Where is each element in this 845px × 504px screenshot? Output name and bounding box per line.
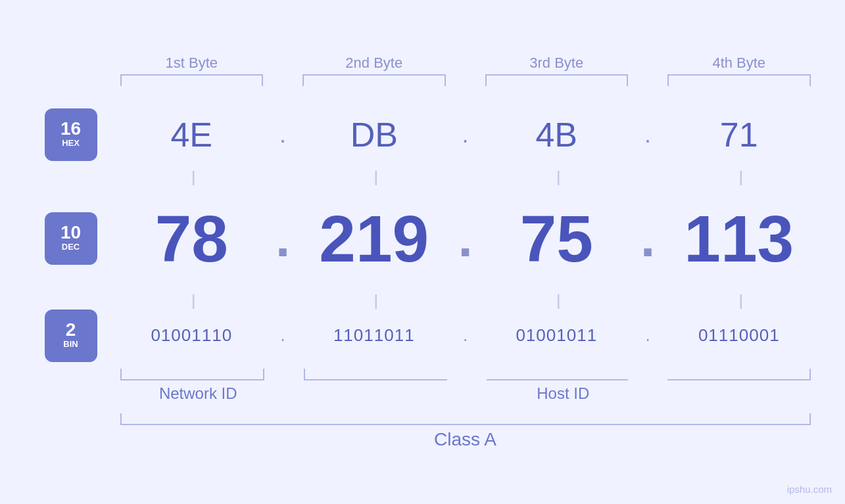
byte-label-2: 2nd Byte xyxy=(296,55,452,72)
bracket-1 xyxy=(120,74,264,86)
bin-badge-number: 2 xyxy=(66,321,76,339)
dec-badge-label: DEC xyxy=(62,242,80,253)
bin-val-1: 01001110 xyxy=(114,319,270,352)
bin-dot-3: . xyxy=(635,325,661,346)
hex-dot-3: . xyxy=(635,121,661,149)
watermark: ipshu.com xyxy=(787,484,832,495)
hex-dot-1: . xyxy=(270,121,296,149)
hex-val-3: 4B xyxy=(479,108,635,161)
bracket-4 xyxy=(667,74,811,86)
network-id-bracket xyxy=(120,369,265,380)
hex-val-1: 4E xyxy=(114,108,270,161)
hex-badge-number: 16 xyxy=(60,120,81,138)
dec-val-3: 75 xyxy=(479,199,635,278)
hex-dot-2: . xyxy=(452,121,479,149)
equals-row-1: || || || || xyxy=(28,168,817,186)
byte-label-1: 1st Byte xyxy=(114,55,270,72)
bin-dot-1: . xyxy=(270,325,296,346)
dec-dot-1: . xyxy=(270,208,296,269)
class-bracket xyxy=(120,413,811,425)
bin-val-2: 11011011 xyxy=(296,319,452,352)
hex-val-2: DB xyxy=(296,108,452,161)
dec-val-4: 113 xyxy=(661,199,817,278)
hex-val-4: 71 xyxy=(661,108,817,161)
byte-label-4: 4th Byte xyxy=(661,55,817,72)
dec-badge-number: 10 xyxy=(60,223,81,242)
bin-val-4: 01110001 xyxy=(661,319,817,352)
network-id-label: Network ID xyxy=(114,384,283,403)
bracket-3 xyxy=(485,74,629,86)
bin-badge: 2 BIN xyxy=(45,309,97,362)
host-id-bracket-right xyxy=(667,369,811,380)
class-label: Class A xyxy=(114,429,817,450)
dec-dot-3: . xyxy=(635,208,661,269)
equals-row-2: || || || || xyxy=(28,291,817,309)
main-container: 1st Byte 2nd Byte 3rd Byte 4th Byte 16 H… xyxy=(28,55,817,450)
dec-dot-2: . xyxy=(452,208,479,269)
host-id-label: Host ID xyxy=(309,384,817,403)
hex-badge-label: HEX xyxy=(62,138,80,149)
bin-badge-label: BIN xyxy=(63,339,78,350)
hex-badge: 16 HEX xyxy=(45,108,97,161)
dec-val-1: 78 xyxy=(114,199,270,278)
dec-val-2: 219 xyxy=(296,199,452,278)
bin-dot-2: . xyxy=(452,325,479,346)
bin-val-3: 01001011 xyxy=(479,319,635,352)
dec-badge: 10 DEC xyxy=(45,212,97,265)
host-id-bracket-mid xyxy=(487,369,629,380)
byte-label-3: 3rd Byte xyxy=(479,55,635,72)
host-id-bracket-left xyxy=(304,369,447,380)
bracket-2 xyxy=(302,74,446,86)
